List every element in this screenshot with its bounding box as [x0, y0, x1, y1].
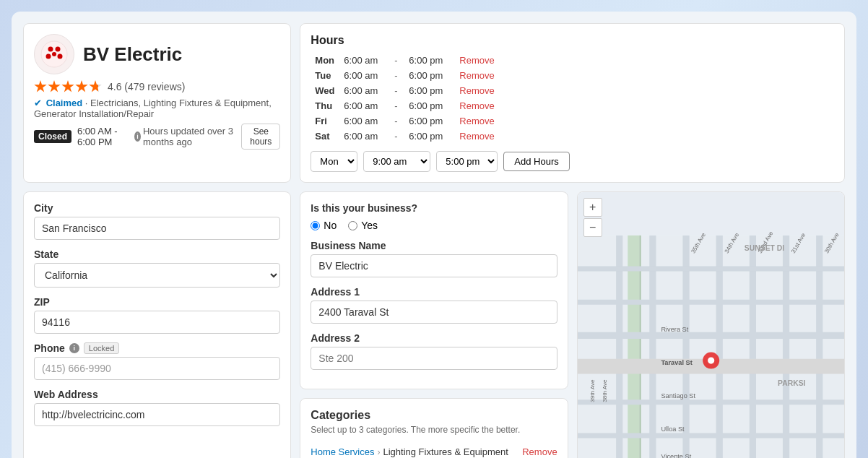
category-parent[interactable]: Home Services: [311, 446, 374, 457]
remove-hours-link[interactable]: Remove: [459, 131, 494, 142]
hours-table-row: Fri 6:00 am - 6:00 pm Remove: [311, 113, 834, 129]
biz-name-input[interactable]: [311, 254, 557, 277]
phone-label-row: Phone i Locked: [34, 342, 280, 354]
zoom-in-button[interactable]: +: [583, 198, 602, 217]
star-1: [34, 80, 47, 93]
see-hours-button[interactable]: See hours: [241, 124, 280, 150]
zoom-out-button[interactable]: −: [583, 218, 602, 237]
closed-badge: Closed: [34, 130, 71, 143]
stars-row: 4.6 (479 reviews): [34, 80, 280, 93]
zip-group: ZIP: [34, 296, 280, 334]
no-radio[interactable]: [311, 221, 320, 230]
chevron-right-icon: ›: [377, 447, 380, 457]
remove-hours-link[interactable]: Remove: [459, 116, 494, 126]
is-your-business-title: Is this your business?: [311, 202, 557, 214]
check-icon: ✔: [34, 98, 42, 108]
state-label: State: [34, 249, 280, 260]
phone-info-icon: i: [69, 343, 79, 353]
web-label: Web Address: [34, 389, 280, 400]
hours-table-row: Mon 6:00 am - 6:00 pm Remove: [311, 53, 834, 68]
business-header: BV Electric: [34, 34, 280, 74]
address1-input[interactable]: [311, 301, 557, 324]
svg-point-4: [58, 54, 63, 59]
add-hours-button[interactable]: Add Hours: [503, 152, 569, 171]
map-container: Rivera St Taraval St Santiago St Ulloa S…: [578, 192, 844, 458]
address1-group: Address 1: [311, 286, 557, 324]
category-child: Lighting Fixtures & Equipment: [383, 446, 508, 457]
address2-input[interactable]: [311, 347, 557, 370]
hours-table-row: Wed 6:00 am - 6:00 pm Remove: [311, 83, 834, 98]
svg-text:Rivera St: Rivera St: [661, 326, 688, 333]
review-count: 4.6 (479 reviews): [108, 81, 185, 92]
phone-input[interactable]: [34, 357, 280, 380]
categories-panel: Categories Select up to 3 categories. Th…: [300, 398, 568, 458]
hours-panel: Hours Mon 6:00 am - 6:00 pm Remove Tue 6…: [300, 23, 845, 183]
yes-radio[interactable]: [348, 221, 357, 230]
info-icon: i: [134, 131, 141, 142]
svg-point-5: [52, 52, 56, 56]
state-group: State California Nevada Oregon: [34, 249, 280, 288]
map-controls: + −: [583, 198, 602, 237]
address2-label: Address 2: [311, 332, 557, 344]
remove-hours-link[interactable]: Remove: [459, 55, 494, 66]
hours-title: Hours: [311, 34, 834, 47]
svg-text:Ulloa St: Ulloa St: [661, 425, 685, 433]
hours-table-row: Sat 6:00 am - 6:00 pm Remove: [311, 129, 834, 144]
svg-text:Vicente St: Vicente St: [661, 453, 691, 458]
claimed-badge: Claimed: [46, 98, 83, 108]
business-name: BV Electric: [83, 44, 182, 65]
star-3: [61, 80, 74, 93]
address2-group: Address 2: [311, 332, 557, 370]
category-row: Home Services › Lighting Fixtures & Equi…: [311, 442, 557, 458]
map-panel: Rivera St Taraval St Santiago St Ulloa S…: [577, 191, 845, 458]
radio-row: No Yes: [311, 220, 557, 231]
business-name-container: BV Electric: [83, 44, 182, 65]
star-2: [48, 80, 61, 93]
zip-label: ZIP: [34, 296, 280, 308]
city-input[interactable]: [34, 217, 280, 240]
svg-text:SUNSET DI: SUNSET DI: [744, 244, 784, 252]
city-group: City: [34, 202, 280, 240]
svg-text:PARKSI: PARKSI: [778, 379, 806, 387]
city-label: City: [34, 202, 280, 214]
svg-point-3: [46, 54, 51, 59]
remove-hours-link[interactable]: Remove: [459, 100, 494, 111]
business-card: BV Electric 4.6 (479 reviews) ✔ Claimed …: [23, 23, 291, 183]
yes-option[interactable]: Yes: [348, 220, 378, 231]
categories-title: Categories: [311, 409, 557, 422]
svg-point-1: [48, 47, 53, 52]
main-container: BV Electric 4.6 (479 reviews) ✔ Claimed …: [12, 12, 856, 458]
open-time-select[interactable]: 9:00 am 6:00 am 7:00 am 8:00 am 10:00 am: [363, 151, 430, 172]
svg-text:39th Ave: 39th Ave: [589, 379, 596, 402]
star-5: [89, 80, 102, 93]
hours-table-row: Thu 6:00 am - 6:00 pm Remove: [311, 98, 834, 113]
business-form: Is this your business? No Yes Business N…: [300, 191, 568, 389]
categories-list: Home Services › Lighting Fixtures & Equi…: [311, 442, 557, 458]
remove-category-link[interactable]: Remove: [522, 446, 557, 457]
claimed-row: ✔ Claimed · Electricians, Lighting Fixtu…: [34, 98, 280, 119]
svg-text:Taraval St: Taraval St: [661, 359, 692, 366]
biz-name-group: Business Name: [311, 240, 557, 277]
svg-point-2: [56, 47, 61, 52]
hours-add-row: Mon Tue Wed Thu Fri Sat Sun 9:00 am 6:00…: [311, 151, 834, 172]
svg-point-38: [708, 357, 714, 363]
hours-table: Mon 6:00 am - 6:00 pm Remove Tue 6:00 am…: [311, 53, 834, 144]
business-logo: [34, 34, 74, 74]
middle-bottom: Is this your business? No Yes Business N…: [300, 191, 568, 458]
svg-text:38th Ave: 38th Ave: [602, 379, 608, 402]
star-rating: [34, 80, 102, 93]
web-group: Web Address: [34, 389, 280, 426]
day-select[interactable]: Mon Tue Wed Thu Fri Sat Sun: [311, 151, 357, 172]
no-option[interactable]: No: [311, 220, 337, 231]
hours-row: Closed 6:00 AM - 6:00 PM i Hours updated…: [34, 124, 280, 150]
address1-label: Address 1: [311, 286, 557, 298]
web-input[interactable]: [34, 403, 280, 426]
remove-hours-link[interactable]: Remove: [459, 70, 494, 81]
remove-hours-link[interactable]: Remove: [459, 85, 494, 96]
zip-input[interactable]: [34, 311, 280, 334]
categories-subtitle: Select up to 3 categories. The more spec…: [311, 425, 557, 435]
svg-text:Santiago St: Santiago St: [661, 392, 695, 399]
close-time-select[interactable]: 5:00 pm 6:00 pm 7:00 pm 8:00 pm: [436, 151, 498, 172]
biz-name-label: Business Name: [311, 240, 557, 251]
state-select[interactable]: California Nevada Oregon: [34, 263, 280, 288]
